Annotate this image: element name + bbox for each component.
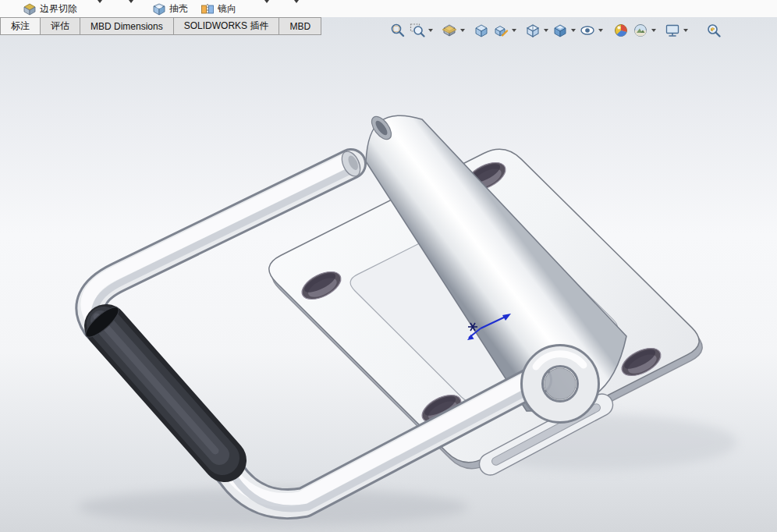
flyout-dropdown-arrow[interactable]: [261, 0, 273, 17]
dynamic-annotation-view-button[interactable]: [491, 21, 509, 39]
zoom-to-area-icon: [410, 23, 425, 38]
tab-label: SOLIDWORKS 插件: [184, 20, 269, 33]
edit-appearance-button[interactable]: [612, 21, 630, 39]
tab-label: 标注: [11, 20, 30, 33]
tab-label: MBD: [289, 21, 310, 32]
command-toolbar: 边界切除 抽壳 镜向: [0, 0, 777, 18]
hide-show-items-button[interactable]: [578, 21, 596, 39]
graphics-area[interactable]: 标注 评估 MBD Dimensions SOLIDWORKS 插件 MBD: [0, 17, 777, 532]
chevron-down-icon[interactable]: [683, 29, 688, 32]
boundary-cut-icon: [23, 2, 37, 16]
boundary-cut-label: 边界切除: [40, 2, 77, 16]
boundary-cut-button[interactable]: 边界切除: [20, 2, 80, 16]
display-style-button[interactable]: [551, 21, 569, 39]
tab-label: 评估: [51, 20, 69, 33]
flyout-dropdown-arrow[interactable]: [125, 0, 137, 17]
zoom-to-fit-button[interactable]: [388, 21, 406, 39]
zoom-to-fit-icon: [390, 23, 406, 38]
chevron-down-icon[interactable]: [598, 29, 603, 32]
dynamic-annotation-view-icon: [493, 23, 509, 38]
hide-show-items-icon: [580, 23, 595, 38]
chevron-down-icon: [129, 0, 133, 14]
3d-drawing-view-button[interactable]: [472, 21, 490, 39]
chevron-down-icon: [264, 0, 269, 14]
chevron-down-icon[interactable]: [428, 29, 433, 32]
chevron-down-icon[interactable]: [571, 29, 576, 32]
apply-scene-icon: [633, 23, 648, 38]
view-orientation-button[interactable]: [523, 21, 541, 39]
model-3d-chest-handle[interactable]: [0, 17, 777, 532]
pivot-knuckle[interactable]: [532, 354, 588, 412]
flyout-dropdown-arrow[interactable]: [290, 0, 303, 17]
mirror-label: 镜向: [218, 2, 236, 16]
view-settings-button[interactable]: [663, 21, 681, 39]
mirror-button[interactable]: 镜向: [198, 2, 239, 16]
chevron-down-icon[interactable]: [651, 29, 656, 32]
shell-icon: [152, 2, 166, 16]
section-view-button[interactable]: [440, 21, 458, 39]
tab-solidworks-addins[interactable]: SOLIDWORKS 插件: [174, 17, 280, 35]
zoom-to-area-button[interactable]: [408, 21, 426, 39]
view-settings-icon: [665, 23, 680, 38]
3d-drawing-view-icon: [474, 23, 489, 38]
chevron-down-icon: [98, 0, 102, 14]
apply-scene-button[interactable]: [631, 21, 649, 39]
chevron-down-icon: [294, 0, 299, 14]
tab-evaluate[interactable]: 评估: [41, 17, 80, 35]
heads-up-view-toolbar: [388, 21, 722, 39]
section-view-icon: [442, 23, 457, 38]
shell-label: 抽壳: [169, 2, 188, 16]
solidworks-window: 边界切除 抽壳 镜向: [0, 0, 777, 532]
view-orientation-icon: [525, 23, 541, 38]
tab-mbd-dimensions[interactable]: MBD Dimensions: [80, 17, 174, 35]
magnified-selection-icon: [706, 23, 722, 38]
chevron-down-icon[interactable]: [544, 29, 548, 32]
shell-button[interactable]: 抽壳: [150, 2, 190, 16]
tab-label: MBD Dimensions: [90, 21, 163, 32]
mirror-icon: [200, 2, 215, 16]
tab-mbd[interactable]: MBD: [279, 17, 321, 35]
tab-annotations[interactable]: 标注: [0, 17, 41, 35]
flyout-dropdown-arrow[interactable]: [94, 0, 106, 17]
display-style-icon: [552, 23, 568, 38]
chevron-down-icon[interactable]: [460, 29, 465, 32]
rubber-grip[interactable]: [82, 303, 225, 460]
magnified-selection-button[interactable]: [704, 21, 722, 39]
commandmanager-tabs: 标注 评估 MBD Dimensions SOLIDWORKS 插件 MBD: [0, 17, 321, 35]
edit-appearance-icon: [613, 23, 629, 38]
chevron-down-icon[interactable]: [512, 29, 516, 32]
